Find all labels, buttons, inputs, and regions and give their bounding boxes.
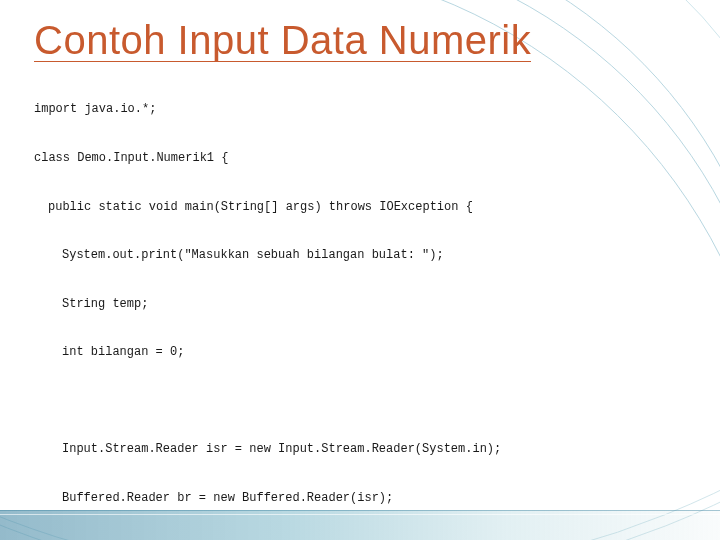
code-line: class Demo.Input.Numerik1 { bbox=[34, 150, 686, 166]
code-line: int bilangan = 0; bbox=[34, 344, 686, 360]
code-line: public static void main(String[] args) t… bbox=[34, 199, 686, 215]
code-line: Input.Stream.Reader isr = new Input.Stre… bbox=[34, 441, 686, 457]
slide-content: Contoh Input Data Numerik import java.io… bbox=[0, 0, 720, 540]
slide-title: Contoh Input Data Numerik bbox=[34, 18, 686, 63]
code-blank bbox=[34, 393, 686, 409]
code-line: import java.io.*; bbox=[34, 101, 686, 117]
code-line: String temp; bbox=[34, 296, 686, 312]
code-block: import java.io.*; class Demo.Input.Numer… bbox=[34, 69, 686, 540]
code-line: Buffered.Reader br = new Buffered.Reader… bbox=[34, 490, 686, 506]
code-line: System.out.print("Masukkan sebuah bilang… bbox=[34, 247, 686, 263]
